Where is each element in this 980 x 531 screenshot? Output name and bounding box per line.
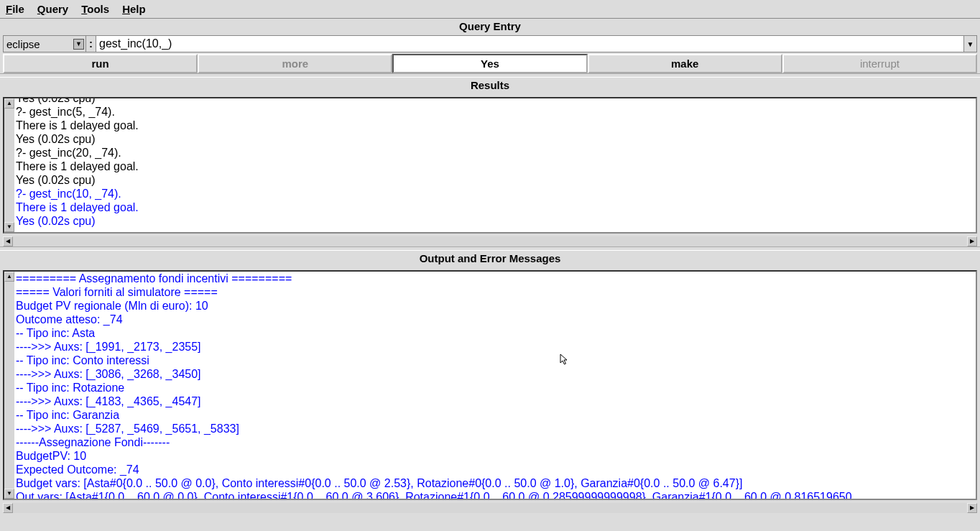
query-history-dropdown-icon[interactable]: ▼ <box>963 36 976 52</box>
results-vscroll[interactable]: ▲ ▼ <box>4 98 14 232</box>
results-text[interactable]: Yes (0.02s cpu)?- gest_inc(5, _74).There… <box>14 98 976 232</box>
menu-file[interactable]: File <box>6 3 24 15</box>
output-title: Output and Error Messages <box>0 251 980 267</box>
scroll-track[interactable] <box>13 503 967 513</box>
output-pane: ▲ ▼ ========= Assegnamento fondi incenti… <box>3 270 977 500</box>
query-buttons: run more Yes make interrupt <box>3 54 977 73</box>
scroll-up-icon[interactable]: ▲ <box>4 98 14 108</box>
menubar: File Query Tools Help <box>0 0 980 19</box>
interrupt-button[interactable]: interrupt <box>782 54 977 73</box>
scroll-track[interactable] <box>4 282 14 489</box>
scroll-left-icon[interactable]: ◀ <box>3 503 13 513</box>
menu-tools[interactable]: Tools <box>81 3 109 15</box>
results-hscroll[interactable]: ◀ ▶ <box>3 236 977 246</box>
make-button[interactable]: make <box>588 54 782 73</box>
scroll-track[interactable] <box>4 108 14 222</box>
output-hscroll[interactable]: ◀ ▶ <box>3 503 977 513</box>
engine-dropdown[interactable]: eclipse ▼ <box>4 36 86 52</box>
run-button[interactable]: run <box>3 54 198 73</box>
scroll-down-icon[interactable]: ▼ <box>4 222 14 232</box>
scroll-left-icon[interactable]: ◀ <box>3 236 13 246</box>
scroll-right-icon[interactable]: ▶ <box>967 503 977 513</box>
dropdown-arrow-icon[interactable]: ▼ <box>73 39 84 50</box>
output-vscroll[interactable]: ▲ ▼ <box>4 272 14 499</box>
engine-label: eclipse <box>6 38 40 50</box>
more-button[interactable]: more <box>198 54 392 73</box>
scroll-track[interactable] <box>13 236 967 246</box>
query-separator: : <box>86 36 96 52</box>
query-input[interactable] <box>96 36 963 52</box>
scroll-down-icon[interactable]: ▼ <box>4 489 14 499</box>
menu-query[interactable]: Query <box>37 3 68 15</box>
results-pane: ▲ ▼ Yes (0.02s cpu)?- gest_inc(5, _74).T… <box>3 97 977 234</box>
scroll-up-icon[interactable]: ▲ <box>4 272 14 282</box>
scroll-right-icon[interactable]: ▶ <box>967 236 977 246</box>
query-entry-title: Query Entry <box>0 19 980 35</box>
results-title: Results <box>0 78 980 94</box>
query-entry-row: eclipse ▼ : ▼ <box>3 35 977 52</box>
output-text[interactable]: ========= Assegnamento fondi incentivi =… <box>14 272 976 499</box>
menu-help[interactable]: Help <box>122 3 146 15</box>
yes-button[interactable]: Yes <box>392 54 587 73</box>
